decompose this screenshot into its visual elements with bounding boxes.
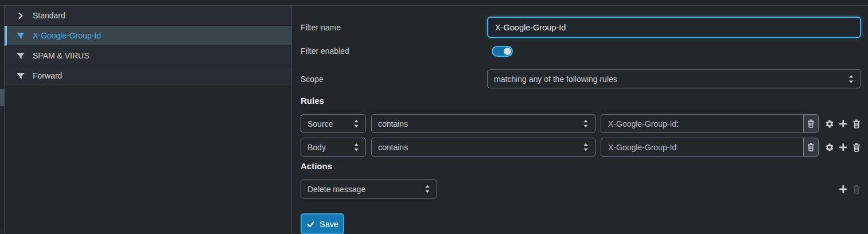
- rule-value-group: [601, 114, 819, 133]
- scope-label: Scope: [301, 75, 487, 84]
- filter-enabled-label: Filter enabled: [301, 46, 487, 56]
- up-down-arrows-icon: [583, 119, 589, 128]
- up-down-arrows-icon: [583, 143, 589, 151]
- app-content: Standard X-Google-Group-Id SPAM & VIRUS …: [0, 6, 868, 233]
- trash-icon: [807, 119, 815, 128]
- rule-operator-value: contains: [378, 143, 408, 152]
- sidebar-item-x-google-group-id[interactable]: X-Google-Group-Id: [5, 26, 291, 46]
- trash-icon: [807, 143, 815, 151]
- rule-settings-button[interactable]: [825, 119, 834, 128]
- rule-field-select[interactable]: Source: [301, 114, 366, 133]
- rule-row: Body contains: [301, 138, 861, 157]
- trash-icon: [852, 119, 861, 128]
- rule-value-input[interactable]: [601, 114, 803, 133]
- save-button-label: Save: [320, 220, 338, 229]
- rule-field-select[interactable]: Body: [301, 138, 366, 157]
- gear-icon: [825, 119, 834, 128]
- sidebar-item-label: Forward: [33, 71, 62, 80]
- delete-rule-button[interactable]: [852, 143, 861, 152]
- rule-operator-value: contains: [378, 119, 408, 128]
- add-action-button[interactable]: [838, 184, 848, 194]
- add-rule-button[interactable]: [838, 142, 848, 152]
- trash-icon: [852, 143, 861, 152]
- up-down-arrows-icon: [353, 143, 359, 151]
- up-down-arrows-icon: [353, 119, 359, 128]
- save-button[interactable]: Save: [301, 213, 344, 234]
- rule-row: Source contains: [301, 114, 861, 133]
- rule-row-actions: [825, 119, 861, 128]
- sidebar-item-forward[interactable]: Forward: [5, 66, 291, 86]
- delete-action-button[interactable]: [852, 185, 861, 194]
- rule-value-group: [601, 138, 819, 157]
- filter-list-sidebar: Standard X-Google-Group-Id SPAM & VIRUS …: [5, 6, 292, 233]
- filter-name-label: Filter name: [301, 23, 487, 32]
- gear-icon: [825, 143, 834, 152]
- toggle-knob: [504, 48, 511, 55]
- rule-operator-select[interactable]: contains: [371, 114, 595, 133]
- action-row-actions: [838, 184, 861, 194]
- sidebar-item-label: X-Google-Group-Id: [33, 31, 101, 40]
- top-divider-bar: [0, 0, 868, 6]
- filter-enabled-toggle[interactable]: [492, 46, 513, 57]
- action-select-value: Delete message: [308, 185, 365, 194]
- filter-funnel-icon: [15, 52, 25, 60]
- action-select[interactable]: Delete message: [301, 180, 437, 198]
- left-scrollbar-track[interactable]: [0, 6, 5, 233]
- clear-rule-value-button[interactable]: [803, 114, 819, 133]
- sidebar-item-label: Standard: [33, 11, 65, 20]
- left-scrollbar-thumb[interactable]: [0, 89, 5, 106]
- sidebar-item-label: SPAM & VIRUS: [33, 51, 89, 60]
- clear-rule-value-button[interactable]: [803, 138, 819, 157]
- plus-icon: [838, 184, 848, 194]
- actions-heading: Actions: [301, 161, 861, 171]
- filter-funnel-icon: [15, 32, 25, 40]
- rule-field-value: Source: [308, 119, 333, 128]
- sidebar-item-standard[interactable]: Standard: [5, 6, 291, 26]
- chevron-right-icon: [15, 11, 25, 20]
- scope-select[interactable]: matching any of the following rules: [487, 69, 861, 88]
- check-icon: [306, 220, 315, 228]
- trash-icon: [852, 185, 861, 194]
- scope-select-value: matching any of the following rules: [494, 75, 617, 84]
- sidebar-item-spam-virus[interactable]: SPAM & VIRUS: [5, 46, 291, 66]
- delete-rule-button[interactable]: [852, 119, 861, 128]
- rule-row-actions: [825, 142, 861, 152]
- rule-field-value: Body: [308, 143, 326, 152]
- up-down-arrows-icon: [848, 75, 854, 84]
- filter-editor-panel: Filter name Filter enabled Scope matchin…: [292, 6, 868, 233]
- rules-heading: Rules: [301, 96, 861, 106]
- plus-icon: [838, 142, 848, 152]
- rule-settings-button[interactable]: [825, 143, 834, 152]
- plus-icon: [838, 119, 848, 128]
- rule-operator-select[interactable]: contains: [371, 138, 595, 157]
- up-down-arrows-icon: [425, 185, 430, 193]
- filter-name-input[interactable]: [487, 17, 861, 38]
- filter-funnel-icon: [15, 72, 25, 80]
- rule-value-input[interactable]: [601, 138, 803, 157]
- action-row: Delete message: [301, 180, 861, 198]
- add-rule-button[interactable]: [838, 119, 848, 128]
